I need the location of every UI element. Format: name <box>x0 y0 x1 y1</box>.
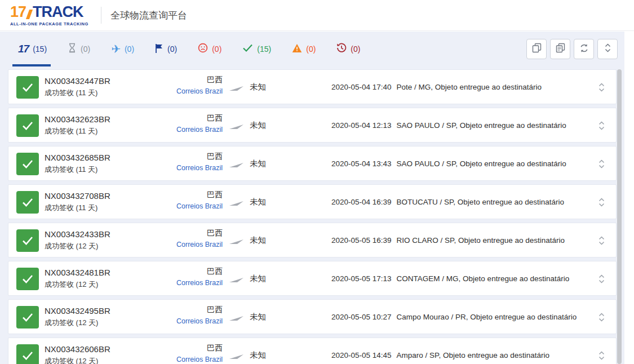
expand-row-icon[interactable] <box>598 83 605 94</box>
tab-pick-up-count: (0) <box>167 45 177 54</box>
tab-all[interactable]: 17 (15) <box>18 43 47 55</box>
tab-pick-up[interactable]: (0) <box>155 43 177 55</box>
destination: 未知 <box>250 158 266 169</box>
delivered-check-icon <box>16 76 39 99</box>
tracking-status: 成功签收 (11 天) <box>45 88 110 98</box>
tracking-status: 成功签收 (11 天) <box>45 165 110 175</box>
event-text: CONTAGEM / MG, Objeto entregue ao destin… <box>397 274 570 283</box>
tab-undelivered[interactable]: (0) <box>198 43 221 55</box>
destination: 未知 <box>250 120 266 131</box>
package-list: NX003432447BR 成功签收 (11 天) 巴西 Correios Br… <box>0 66 624 364</box>
refresh-button[interactable] <box>574 39 594 59</box>
tracking-info: NX003432623BR 成功签收 (11 天) <box>45 114 110 136</box>
package-row[interactable]: NX003432708BR 成功签收 (11 天) 巴西 Correios Br… <box>8 184 617 219</box>
carrier-block: 巴西 Correios Brazil <box>138 267 223 287</box>
tab-not-found[interactable]: (0) <box>68 43 90 55</box>
event-text: Pote / MG, Objeto entregue ao destinatár… <box>397 83 542 91</box>
expand-row-icon[interactable] <box>598 159 605 171</box>
event-time: 2020-05-04 12:13 <box>331 121 392 130</box>
destination: 未知 <box>250 197 266 207</box>
tabs: 17 (15) (0) ✈ (0) (0) <box>0 43 360 55</box>
scrollbar-thumb[interactable] <box>617 69 622 364</box>
check-icon <box>242 43 253 55</box>
carrier-link[interactable]: Correios Brazil <box>138 317 223 325</box>
carrier-link[interactable]: Correios Brazil <box>138 356 223 363</box>
header: 17 TRACK ALL-IN-ONE PACKAGE TRACKING 全球物… <box>0 0 634 31</box>
carrier-block: 巴西 Correios Brazil <box>138 343 223 363</box>
origin-country: 巴西 <box>138 152 223 162</box>
tab-in-transit[interactable]: ✈ (0) <box>111 43 134 55</box>
17track-icon: 17 <box>18 43 29 55</box>
flag-icon <box>155 43 163 55</box>
tracking-number: NX003432623BR <box>45 114 110 124</box>
carrier-block: 巴西 Correios Brazil <box>138 113 223 134</box>
expand-row-icon[interactable] <box>598 198 605 209</box>
logo-track-text: TRACK <box>33 5 83 20</box>
sort-chevrons-icon <box>605 43 611 55</box>
tab-expired[interactable]: (0) <box>336 43 360 55</box>
logo-wordmark: 17 TRACK <box>10 5 88 20</box>
package-row[interactable]: NX003432495BR 成功签收 (12 天) 巴西 Correios Br… <box>8 299 617 334</box>
latest-event: 2020-05-04 16:39 BOTUCATU / SP, Objeto e… <box>331 198 564 206</box>
carrier-link[interactable]: Correios Brazil <box>138 126 223 134</box>
tracking-status: 成功签收 (11 天) <box>45 126 110 136</box>
carrier-block: 巴西 Correios Brazil <box>138 75 223 95</box>
tracking-info: NX003432685BR 成功签收 (11 天) <box>45 153 110 175</box>
expand-row-icon[interactable] <box>598 351 605 362</box>
copy-icon <box>532 43 542 55</box>
expand-row-icon[interactable] <box>598 274 605 286</box>
event-text: BOTUCATU / SP, Objeto entregue ao destin… <box>397 198 564 206</box>
tab-delivered-count: (15) <box>257 45 271 54</box>
expand-row-icon[interactable] <box>598 236 605 247</box>
delivered-check-icon <box>16 344 39 364</box>
carrier-link[interactable]: Correios Brazil <box>138 87 223 95</box>
expand-row-icon[interactable] <box>598 121 605 132</box>
filter-tabbar: 17 (15) (0) ✈ (0) (0) <box>0 32 624 66</box>
destination: 未知 <box>250 312 266 322</box>
hourglass-icon <box>68 43 77 55</box>
event-text: SAO PAULO / SP, Objeto entregue ao desti… <box>397 159 566 168</box>
delivered-check-icon <box>16 268 39 290</box>
tab-undelivered-count: (0) <box>212 45 221 54</box>
package-row[interactable]: NX003432481BR 成功签收 (12 天) 巴西 Correios Br… <box>8 261 617 296</box>
latest-event: 2020-05-04 13:43 SAO PAULO / SP, Objeto … <box>331 159 566 168</box>
carrier-link[interactable]: Correios Brazil <box>138 279 223 287</box>
main-panel: 17 (15) (0) ✈ (0) (0) <box>0 32 624 364</box>
copy-details-button[interactable] <box>550 39 570 59</box>
carrier-link[interactable]: Correios Brazil <box>138 202 223 210</box>
event-time: 2020-05-04 17:40 <box>331 83 392 91</box>
latest-event: 2020-05-05 14:45 Amparo / SP, Objeto ent… <box>331 351 549 359</box>
copy-numbers-button[interactable] <box>526 39 547 59</box>
tracking-info: NX003432495BR 成功签收 (12 天) <box>45 306 110 328</box>
tab-all-count: (15) <box>33 45 47 54</box>
expand-row-icon[interactable] <box>598 313 605 324</box>
logo-subtitle: ALL-IN-ONE PACKAGE TRACKING <box>10 21 88 26</box>
package-row[interactable]: NX003432447BR 成功签收 (11 天) 巴西 Correios Br… <box>8 69 617 104</box>
package-row[interactable]: NX003432606BR 成功签收 (12 天) 巴西 Correios Br… <box>8 338 617 364</box>
package-row[interactable]: NX003432433BR 成功签收 (12 天) 巴西 Correios Br… <box>8 223 617 258</box>
tab-alert[interactable]: (0) <box>292 43 316 55</box>
latest-event: 2020-05-04 17:40 Pote / MG, Objeto entre… <box>331 83 542 91</box>
package-row[interactable]: NX003432623BR 成功签收 (11 天) 巴西 Correios Br… <box>8 108 617 143</box>
latest-event: 2020-05-04 12:13 SAO PAULO / SP, Objeto … <box>331 121 566 130</box>
tracking-info: NX003432708BR 成功签收 (11 天) <box>45 191 110 213</box>
carrier-block: 巴西 Correios Brazil <box>138 305 223 325</box>
tab-expired-count: (0) <box>351 45 360 54</box>
logo-17track[interactable]: 17 TRACK ALL-IN-ONE PACKAGE TRACKING <box>10 5 88 26</box>
carrier-link[interactable]: Correios Brazil <box>138 164 223 172</box>
package-row[interactable]: NX003432685BR 成功签收 (11 天) 巴西 Correios Br… <box>8 146 617 181</box>
tab-alert-count: (0) <box>306 45 316 54</box>
tracking-status: 成功签收 (12 天) <box>45 318 110 328</box>
tab-delivered[interactable]: (15) <box>242 43 271 55</box>
carrier-block: 巴西 Correios Brazil <box>138 190 223 210</box>
route-arrow-icon <box>229 122 244 132</box>
event-text: RIO CLARO / SP, Objeto entregue ao desti… <box>397 236 565 245</box>
carrier-block: 巴西 Correios Brazil <box>138 228 223 248</box>
toggle-expand-button[interactable] <box>597 39 618 59</box>
destination: 未知 <box>250 235 266 246</box>
delivered-check-icon <box>16 229 39 252</box>
carrier-link[interactable]: Correios Brazil <box>138 241 223 248</box>
route-arrow-icon <box>229 84 244 94</box>
route-arrow-icon <box>229 237 244 247</box>
logo-17-text: 17 <box>10 5 26 20</box>
